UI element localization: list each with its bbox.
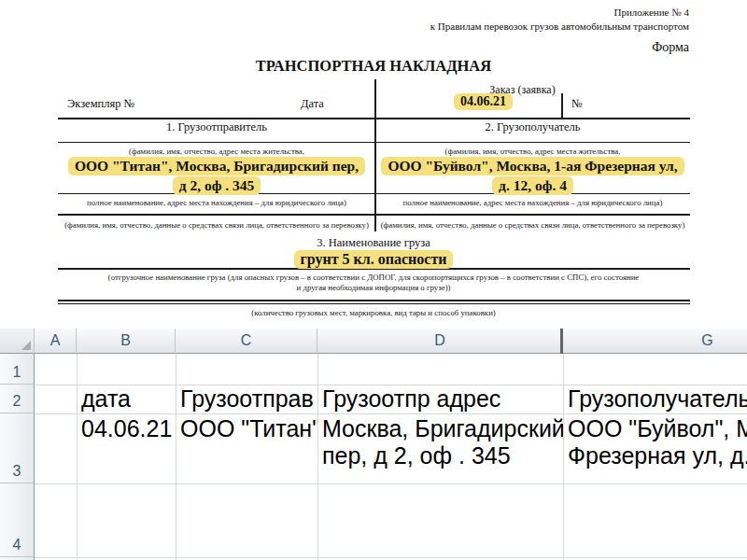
form-rule [58,142,690,143]
cargo-hint-line3: (количество грузовых мест, маркировка, в… [56,308,691,317]
cargo-section-title: 3. Наименование груза [0,236,747,250]
form-divider-number [561,93,563,119]
cargo-hint-line2: и другая необходимая информация о грузе)… [56,283,691,292]
date-label: Дата [301,97,324,111]
cell-d3-line1: Москва, Бригадирский [322,415,563,442]
column-header-c[interactable]: C [176,329,317,354]
cell-d3[interactable]: Москва, Бригадирский пер, д 2, оф . 345 [317,413,563,483]
cell-c2[interactable]: Грузоотправ [176,385,317,413]
appendix-line-2: к Правилам перевозок грузов автомобильны… [187,21,689,32]
cell-g3-line2: Фрезерная ул, д. 12, оф. 4 [568,442,747,469]
gridline [35,557,747,558]
column-header-a[interactable]: A [35,329,77,354]
form-rule-double-bottom [58,303,690,304]
receiver-hint-mid: полное наименование, адрес места нахожде… [375,198,690,207]
column-header-d[interactable]: D [317,329,563,354]
select-all-corner[interactable] [0,329,35,354]
cargo-hint-line1: (отгрузочное наименование груза (для опа… [56,273,691,282]
cell-g3-line1: ООО "Буйвол", Москва, 1-ая [568,415,747,442]
sender-hint-mid: полное наименование, адрес места нахожде… [58,198,375,207]
date-value-highlight: 04.06.21 [454,93,513,110]
form-rule [58,214,690,216]
form-rule [58,118,690,119]
number-label: № [571,97,583,111]
column-header-b[interactable]: B [77,329,176,354]
sender-value-line1: ООО "Титан", Москва, Бригадирский пер, [68,157,365,175]
receiver-value-line2: д. 12, оф. 4 [492,176,573,195]
gridline [35,483,747,484]
sender-hint-bottom: (фамилия, имя, отчество, данные о средст… [58,220,375,230]
column-header-g[interactable]: G [563,329,747,354]
cell-d3-line2: пер, д 2, оф . 345 [322,442,563,469]
cell-c3[interactable]: ООО "Титан" [176,413,317,483]
copy-number-label: Экземпляр № [67,97,135,111]
spreadsheet: A B C D G 1 2 3 4 дата Грузоотправ Грузо… [0,329,747,560]
order-label: Заказ (заявка) [375,83,669,97]
document-title: ТРАНСПОРТНАЯ НАКЛАДНАЯ [0,57,747,76]
form-label: Форма [467,40,689,55]
form-rule-double-top [58,300,690,301]
sender-section-title: 1. Грузоотправитель [58,120,375,134]
cell-b2[interactable]: дата [77,385,176,413]
cell-g3[interactable]: ООО "Буйвол", Москва, 1-ая Фрезерная ул,… [563,413,747,483]
receiver-value-line1: ООО "Буйвол", Москва, 1-ая Фрезерная ул, [381,157,684,175]
hidden-columns-divider[interactable] [560,329,563,354]
appendix-line-1: Приложение № 4 [374,7,689,18]
row-header-1[interactable]: 1 [0,354,35,385]
row-header-2[interactable]: 2 [0,385,35,413]
cargo-value: грунт 5 кл. опасности [294,250,454,269]
select-all-triangle-icon [21,341,31,350]
cell-d2[interactable]: Грузоотпр адрес [317,385,563,413]
cell-b3[interactable]: 04.06.21 [77,413,176,483]
sender-value-line2: д 2, оф . 345 [173,176,261,195]
receiver-hint-top: (фамилия, имя, отчество, адрес места жит… [375,147,690,156]
sender-hint-top: (фамилия, имя, отчество, адрес места жит… [58,147,375,156]
receiver-section-title: 2. Грузополучатель [375,120,690,134]
receiver-hint-bottom: (фамилия, имя, отчество, данные о средст… [375,220,690,230]
cell-g2[interactable]: Грузополучатель [563,385,747,413]
row-header-4[interactable]: 4 [0,483,35,557]
row-header-3[interactable]: 3 [0,413,35,483]
screen: Приложение № 4 к Правилам перевозок груз… [0,0,747,560]
